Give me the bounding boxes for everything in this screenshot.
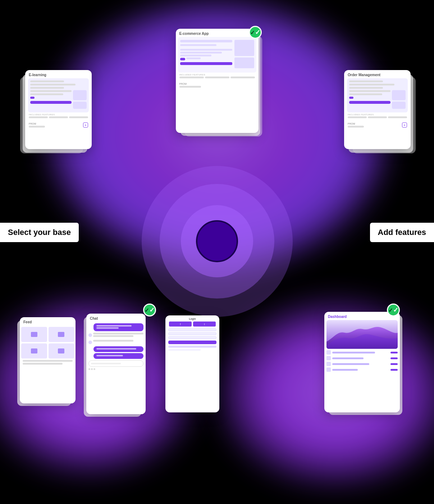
ecom-mock-3 (180, 49, 232, 51)
ecommerce-features-label: INCLUDED FEATURES (176, 73, 259, 77)
feed-item-2 (49, 327, 74, 342)
order-line-3 (349, 87, 383, 89)
order-img (392, 90, 406, 100)
elearning-card[interactable]: E-learning INCLUDED FEATU (25, 70, 92, 149)
ecommerce-card[interactable]: E-commerce App INCLUDED FEATURES (176, 29, 259, 133)
tw-icon: t (204, 323, 205, 325)
feed-lines (20, 360, 76, 365)
ecommerce-check-badge: ✓ (249, 26, 262, 39)
elearning-screen (28, 78, 89, 112)
elearning-line-3 (30, 87, 64, 89)
chat-bubble-wrap-2 (93, 340, 143, 342)
feed-item-3 (21, 343, 47, 359)
feed-card[interactable]: Feed (20, 317, 76, 403)
chat-recv-line-3 (93, 340, 133, 342)
order-price: FROM (348, 122, 364, 128)
chat-input[interactable] (88, 360, 143, 367)
ecom-button (180, 62, 232, 65)
chat-input-placeholder (91, 363, 121, 364)
order-features-label: INCLUDED FEATURES (344, 112, 411, 116)
chat-dot-3 (93, 368, 95, 370)
dash-row-1 (326, 350, 398, 355)
feed-title: Feed (20, 317, 76, 325)
dash-bar-wrap-2 (332, 357, 389, 359)
login-email-field[interactable] (168, 328, 216, 331)
ecom-image-rect-2 (234, 57, 254, 68)
elearning-dot-1 (29, 116, 48, 118)
ecommerce-title: E-commerce App (176, 29, 259, 37)
chat-avatar-2 (88, 341, 92, 344)
chat-dot-2 (91, 368, 93, 370)
elearning-text-1 (30, 90, 72, 92)
dashboard-card[interactable]: Dashboard (324, 312, 400, 412)
ecommerce-price-row: FROM (179, 83, 255, 88)
chat-line-1 (96, 325, 132, 327)
order-price-bar (348, 126, 364, 128)
order-card[interactable]: Order Management INCLUDED (344, 70, 411, 149)
order-toggle-row (349, 97, 390, 99)
ecom-image-rect (234, 40, 254, 56)
dash-val-3 (390, 363, 398, 365)
price-bar (179, 86, 201, 88)
dash-icon-1 (326, 350, 331, 355)
order-content-row (349, 90, 406, 109)
elearning-toggle-row (30, 97, 72, 99)
elearning-line-2 (30, 84, 76, 85)
order-feature-dots (344, 116, 411, 119)
chat-card[interactable]: Chat (86, 314, 146, 414)
chat-bubble-2 (93, 346, 143, 352)
order-footer: FROM + (344, 119, 411, 129)
order-price-row: FROM + (348, 122, 407, 128)
feature-dot-3 (230, 77, 255, 78)
center-circles (142, 166, 293, 317)
elearning-content-row (30, 90, 87, 109)
ecommerce-footer: FROM (176, 79, 259, 89)
dashboard-check-badge: ✓ (387, 304, 400, 316)
dash-bar-3 (332, 363, 369, 365)
login-submit-btn[interactable] (168, 341, 216, 344)
order-btn (349, 101, 390, 104)
feed-icon-1 (31, 332, 37, 337)
login-facebook-btn[interactable]: f (169, 322, 192, 327)
dashboard-chart (326, 320, 398, 349)
elearning-line-1 (30, 80, 64, 82)
feed-line-1 (23, 360, 73, 362)
chat-messages (86, 323, 146, 359)
ecom-toggle (180, 58, 185, 60)
elearning-btn (30, 101, 72, 104)
elearning-features-label: INCLUDED FEATURES (25, 112, 92, 116)
chat-bubble-1 (93, 323, 143, 331)
order-plus-btn[interactable]: + (402, 122, 407, 128)
feed-icon-2 (58, 332, 64, 337)
elearning-price-bar (29, 126, 45, 128)
dashboard-list (324, 349, 400, 375)
elearning-img (73, 90, 87, 100)
ecommerce-price-section: FROM (179, 83, 201, 88)
login-card[interactable]: Login f t (165, 315, 219, 412)
dash-row-2 (326, 356, 398, 360)
ecom-mock-1 (180, 40, 232, 42)
feed-icon-4 (58, 348, 64, 353)
chat-title: Chat (86, 314, 146, 322)
order-toggle (349, 97, 353, 99)
chat-line-4 (96, 355, 123, 356)
ecom-toggle-row (180, 57, 232, 61)
order-title: Order Management (344, 70, 411, 78)
order-dot-3 (388, 116, 407, 118)
login-confirm-field[interactable] (168, 336, 216, 339)
dash-bar-4 (332, 369, 358, 371)
login-extra-line (168, 346, 216, 348)
feed-grid (20, 325, 76, 360)
chat-dots-row (86, 368, 146, 371)
elearning-plus-btn[interactable]: + (83, 122, 88, 128)
feed-icon-3 (31, 348, 37, 353)
add-features-label: Add features (370, 223, 434, 242)
login-password-field[interactable] (168, 332, 216, 335)
dash-bar-wrap-1 (332, 352, 389, 353)
from-label: FROM (179, 83, 201, 85)
login-twitter-btn[interactable]: t (193, 322, 216, 327)
feed-line-2 (23, 363, 63, 365)
dash-val-4 (390, 369, 398, 371)
chat-row-2 (88, 340, 143, 344)
order-dot-1 (348, 116, 367, 118)
